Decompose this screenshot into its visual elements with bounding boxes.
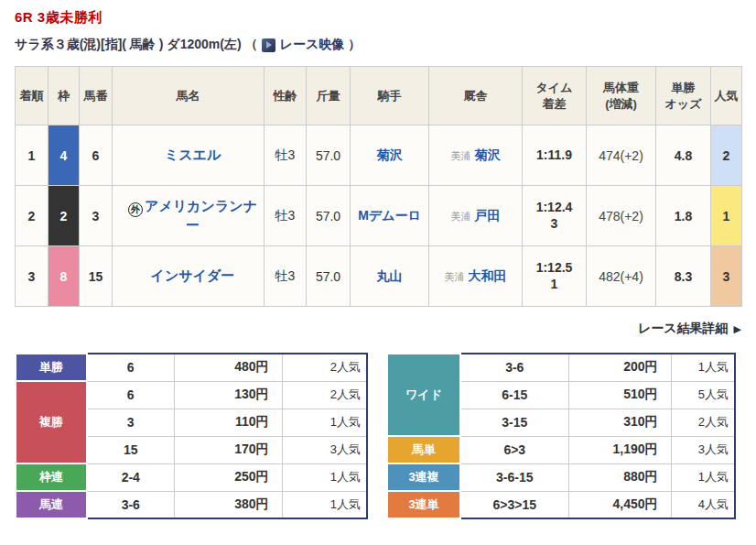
stable-cell: 美浦菊沢 [429, 125, 523, 186]
payout-row-sanrentan: 3連単 6>3>15 4,450円 4人気 [387, 491, 735, 518]
horse-name-link[interactable]: インサイダー [151, 267, 235, 283]
stable-region: 美浦 [451, 150, 471, 161]
bet-type-sanrentan: 3連単 [387, 491, 460, 518]
payout-combo: 6>3 [460, 436, 568, 463]
payout-amount: 480円 [174, 354, 282, 381]
trainer-link[interactable]: 戸田 [475, 208, 501, 223]
bet-type-tansho: 単勝 [16, 354, 87, 381]
col-popularity: 人気 [711, 67, 742, 125]
col-win-odds: 単勝オッズ [656, 67, 711, 125]
popularity-rank: 1 [711, 186, 742, 246]
race-video-link-label[interactable]: レース映像 [280, 37, 345, 53]
payout-amount: 880円 [568, 463, 671, 491]
carried-weight: 57.0 [307, 246, 351, 307]
race-video-link[interactable]: レース映像 [262, 37, 345, 53]
payout-popularity: 2人気 [282, 381, 367, 409]
col-horse-name: 馬名 [113, 67, 265, 125]
payout-amount: 1,190円 [568, 436, 671, 463]
foreign-horse-mark: 外 [128, 202, 143, 217]
jockey-cell: 菊沢 [351, 125, 429, 186]
popularity-rank: 2 [711, 125, 742, 186]
finish-position: 3 [16, 246, 49, 307]
finish-time: 1:12.5 [536, 260, 573, 275]
payout-combo: 6 [87, 354, 174, 381]
payout-amount: 170円 [174, 436, 282, 463]
table-row: 3 8 15 インサイダー 牡3 57.0 丸山 美浦大和田 1:12.51 4… [16, 246, 742, 307]
video-paren-close: ） [348, 37, 361, 53]
col-time-margin: タイム着差 [523, 67, 587, 125]
payout-row-umatan: 馬単 6>3 1,190円 3人気 [387, 436, 735, 463]
horse-weight: 482(+4) [587, 246, 656, 307]
payout-popularity: 1人気 [671, 354, 735, 381]
bracket-number: 8 [49, 246, 80, 307]
col-jockey: 騎手 [351, 67, 429, 125]
horse-name-cell: ミスエル [113, 125, 265, 186]
table-row: 2 2 3 外アメリカンランナー 牡3 57.0 Mデムーロ 美浦戸田 1:12… [16, 186, 742, 246]
payout-combo: 6 [87, 381, 174, 409]
payout-amount: 110円 [174, 409, 282, 436]
payout-popularity: 1人気 [671, 463, 735, 491]
jockey-link[interactable]: 菊沢 [377, 147, 403, 162]
sex-age: 牡3 [265, 246, 307, 307]
time-margin-cell: 1:12.43 [523, 186, 587, 246]
time-margin-cell: 1:11.9 [523, 125, 587, 186]
finish-time: 1:11.9 [536, 147, 572, 162]
horse-name-link[interactable]: ミスエル [165, 147, 221, 162]
win-odds: 1.8 [656, 186, 711, 246]
col-carried-weight: 斤量 [307, 67, 351, 125]
stable-cell: 美浦戸田 [429, 186, 523, 246]
payout-section: 単勝 6 480円 2人気 複勝 6 130円 2人気 3 110円 1人気 1… [15, 353, 741, 519]
horse-weight: 478(+2) [587, 186, 656, 246]
payout-row-tansho: 単勝 6 480円 2人気 [16, 354, 367, 381]
payout-popularity: 1人気 [282, 491, 367, 518]
payout-combo: 2-4 [87, 463, 174, 491]
carried-weight: 57.0 [307, 125, 351, 186]
payout-amount: 310円 [568, 409, 671, 436]
bet-type-fukusho: 複勝 [16, 381, 87, 463]
payout-combo: 3 [87, 409, 174, 436]
col-bracket: 枠 [49, 67, 80, 125]
payout-combo: 6-15 [460, 381, 568, 409]
payout-row-wide: ワイド 3-6 200円 1人気 [387, 354, 735, 381]
horse-name-cell: インサイダー [113, 246, 265, 307]
carried-weight: 57.0 [307, 186, 351, 246]
payout-popularity: 2人気 [282, 354, 367, 381]
bet-type-wakuren: 枠連 [16, 463, 87, 491]
page-title: 6R 3歳未勝利 [15, 9, 741, 27]
payout-popularity: 3人気 [282, 436, 367, 463]
bracket-number: 4 [49, 125, 80, 186]
bet-type-umatan: 馬単 [387, 436, 460, 463]
race-result-detail-link[interactable]: レース結果詳細▶ [638, 321, 741, 335]
win-odds: 4.8 [656, 125, 711, 186]
jockey-cell: Mデムーロ [351, 186, 429, 246]
stable-region: 美浦 [451, 211, 471, 222]
trainer-link[interactable]: 菊沢 [475, 147, 501, 162]
col-sex-age: 性齢 [265, 67, 307, 125]
horse-number: 6 [80, 125, 113, 186]
jockey-link[interactable]: Mデムーロ [358, 208, 421, 223]
payout-row-wakuren: 枠連 2-4 250円 1人気 [16, 463, 367, 491]
col-stable: 厩舎 [429, 67, 523, 125]
sex-age: 牡3 [265, 186, 307, 246]
payout-combo: 6>3>15 [460, 491, 568, 518]
payout-amount: 250円 [174, 463, 282, 491]
trainer-link[interactable]: 大和田 [469, 268, 507, 283]
payout-table-right: ワイド 3-6 200円 1人気 6-15 510円 5人気 3-15 310円… [386, 353, 736, 519]
margin: 3 [551, 216, 558, 231]
right-arrow-icon: ▶ [734, 323, 741, 334]
horse-number: 3 [80, 186, 113, 246]
payout-popularity: 1人気 [282, 409, 367, 436]
finish-position: 1 [16, 125, 49, 186]
horse-weight: 474(+2) [587, 125, 656, 186]
payout-row-fukusho: 複勝 6 130円 2人気 [16, 381, 367, 409]
margin: 1 [551, 277, 558, 291]
play-triangle-icon [266, 41, 272, 49]
race-result-page: 6R 3歳未勝利 サラ系３歳(混)[指]( 馬齢 ) ダ1200m(左) （ レ… [0, 0, 756, 519]
payout-amount: 200円 [568, 354, 671, 381]
horse-name-link[interactable]: アメリカンランナー [145, 198, 257, 233]
finish-time: 1:12.4 [536, 200, 573, 214]
bracket-number: 2 [49, 186, 80, 246]
payout-amount: 380円 [174, 491, 282, 518]
payout-popularity: 1人気 [282, 463, 367, 491]
jockey-link[interactable]: 丸山 [377, 268, 403, 283]
